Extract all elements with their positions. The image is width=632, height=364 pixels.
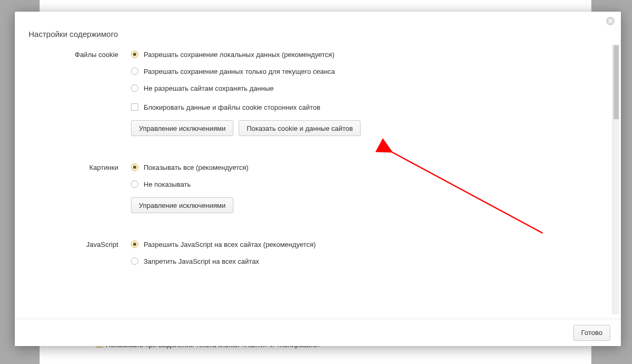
js-allow-radio[interactable]: Разрешить JavaScript на всех сайтах (рек… <box>131 238 600 250</box>
cookies-block-radio[interactable]: Не разрешать сайтам сохранять данные <box>131 82 600 94</box>
radio-icon <box>131 257 138 265</box>
cookies-session-radio[interactable]: Разрешать сохранение данных только для т… <box>131 65 600 77</box>
images-exceptions-button[interactable]: Управление исключениями <box>131 197 233 213</box>
checkbox-icon <box>131 103 138 111</box>
scrollbar[interactable] <box>612 44 619 314</box>
section-images: Картинки Показывать все (рекомендуется) … <box>15 150 621 227</box>
section-javascript-heading: JavaScript <box>15 238 131 272</box>
radio-icon <box>131 180 138 188</box>
section-images-heading: Картинки <box>15 161 131 213</box>
radio-icon <box>131 68 138 75</box>
radio-label: Разрешать сохранение локальных данных (р… <box>144 51 334 59</box>
section-javascript: JavaScript Разрешить JavaScript на всех … <box>15 227 621 286</box>
radio-icon <box>131 84 138 92</box>
radio-icon <box>131 164 138 171</box>
content-settings-dialog: Настройки содержимого Файлы cookie Разре… <box>15 12 621 346</box>
radio-label: Разрешить JavaScript на всех сайтах (рек… <box>144 241 316 248</box>
radio-label: Показывать все (рекомендуется) <box>144 164 249 171</box>
js-block-radio[interactable]: Запретить JavaScript на всех сайтах <box>131 255 600 267</box>
checkbox-label: Блокировать данные и файлы cookie сторон… <box>144 103 320 111</box>
radio-label: Разрешать сохранение данных только для т… <box>144 68 335 75</box>
cookies-thirdparty-checkbox[interactable]: Блокировать данные и файлы cookie сторон… <box>131 101 600 113</box>
done-button[interactable]: Готово <box>573 325 610 341</box>
cookies-show-data-button[interactable]: Показать cookie и данные сайтов <box>239 120 361 136</box>
images-hide-radio[interactable]: Не показывать <box>131 178 600 190</box>
dialog-footer: Готово <box>15 319 621 346</box>
section-cookies-heading: Файлы cookie <box>15 49 131 136</box>
close-icon[interactable] <box>606 17 615 25</box>
radio-icon <box>131 51 138 58</box>
scrollbar-thumb[interactable] <box>614 45 619 119</box>
cookies-exceptions-button[interactable]: Управление исключениями <box>131 120 233 136</box>
radio-icon <box>131 241 138 248</box>
images-show-all-radio[interactable]: Показывать все (рекомендуется) <box>131 161 600 173</box>
radio-label: Запретить JavaScript на всех сайтах <box>144 257 259 265</box>
cookies-allow-radio[interactable]: Разрешать сохранение локальных данных (р… <box>131 49 600 60</box>
radio-label: Не показывать <box>144 180 191 188</box>
section-cookies: Файлы cookie Разрешать сохранение локаль… <box>15 49 621 150</box>
radio-label: Не разрешать сайтам сохранять данные <box>144 84 273 92</box>
dialog-title: Настройки содержимого <box>29 30 118 39</box>
